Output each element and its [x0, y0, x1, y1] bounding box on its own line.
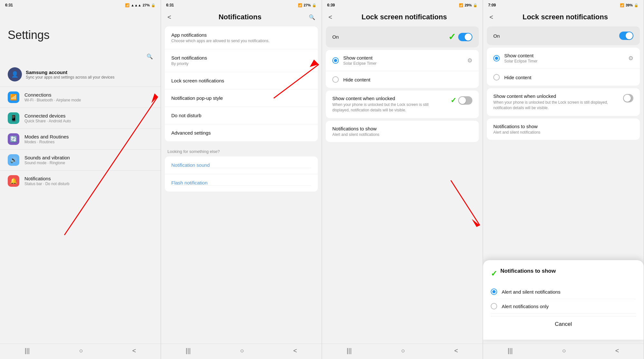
show-content-title-2: Show content [504, 53, 624, 58]
sounds-text: Sounds and vibration Sound mode · Ringto… [24, 155, 70, 165]
sort-sub: By priority [171, 61, 311, 66]
lock-header: < Lock screen notifications [322, 9, 483, 25]
on-toggle-row-2[interactable]: On [487, 26, 640, 45]
menu-item-notifications[interactable]: 🔔 Notifications Status bar · Do not dist… [0, 170, 161, 191]
unlocked-section-2: Show content when unlocked When your pho… [487, 88, 640, 116]
nav-recents-4[interactable]: ||| [508, 347, 513, 354]
panel-lock-notif: 6:39 📶 29% 🔒 < Lock screen notifications… [322, 0, 483, 359]
notif-header: < Notifications 🔍 [161, 9, 322, 25]
on-label: On [332, 34, 339, 40]
bottom-nav-1: ||| ○ < [0, 344, 161, 359]
show-content-text-2: Show content Solar Eclipse Timer [504, 53, 624, 63]
lock2-header: < Lock screen notifications [483, 9, 644, 25]
menu-item-modes[interactable]: 🔄 Modes and Routines Modes · Routines [0, 128, 161, 149]
notif-popup-style[interactable]: Notification pop-up style [165, 90, 318, 107]
avatar-icon: 👤 [11, 71, 18, 78]
menu-item-connections[interactable]: 📶 Connections Wi-Fi · Bluetooth · Airpla… [0, 87, 161, 108]
lock-page-title: Lock screen notifications [362, 13, 447, 21]
connected-text: Connected devices Quick Share · Android … [24, 113, 71, 123]
nav-home-3[interactable]: ○ [401, 347, 405, 354]
nav-home-2[interactable]: ○ [240, 347, 244, 354]
sounds-sub: Sound mode · Ringtone [24, 161, 70, 165]
lock-screen-title: Lock screen notifications [171, 78, 311, 83]
nav-recents-1[interactable]: ||| [25, 347, 30, 354]
check-dialog: ✓ [491, 269, 497, 278]
menu-item-sounds[interactable]: 🔊 Sounds and vibration Sound mode · Ring… [0, 149, 161, 170]
hide-content-text: Hide content [343, 77, 472, 82]
modes-text: Modes and Routines Modes · Routines [24, 134, 69, 144]
dialog-radio-1[interactable] [491, 288, 497, 295]
status-bar-2: 6:31 📶 27% 🔒 [161, 0, 322, 9]
notif-label: Notifications [24, 176, 69, 181]
check-unlocked: ✓ [450, 96, 456, 105]
dialog-cancel-btn[interactable]: Cancel [491, 316, 636, 332]
notif-icon: 🔔 [8, 175, 19, 187]
notif-sort[interactable]: Sort notifications By priority [165, 49, 318, 72]
nav-home-1[interactable]: ○ [79, 347, 83, 354]
sounds-label: Sounds and vibration [24, 155, 70, 160]
notif-to-show-section[interactable]: Notifications to show Alert and silent n… [326, 121, 479, 142]
nav-recents-2[interactable]: ||| [186, 347, 191, 354]
search-btn-2[interactable]: 🔍 [309, 14, 315, 20]
dialog-radio-2[interactable] [491, 303, 497, 309]
dialog-option-alert-silent[interactable]: Alert and silent notifications [491, 285, 636, 299]
advanced-title: Advanced settings [171, 130, 311, 136]
gear-icon-4[interactable]: ⚙ [628, 55, 633, 62]
dialog-option-2-label: Alert notifications only [502, 304, 549, 309]
popup-title: Notification pop-up style [171, 95, 311, 101]
notif-to-show-section-2[interactable]: Notifications to show Alert and silent n… [487, 118, 640, 140]
show-content-option[interactable]: Show content Solar Eclipse Timer ⚙ [326, 50, 479, 71]
hide-content-text-2: Hide content [504, 75, 633, 80]
show-content-option-2[interactable]: Show content Solar Eclipse Timer ⚙ [487, 48, 640, 69]
nav-back-3[interactable]: < [454, 347, 458, 354]
hide-content-radio[interactable] [332, 76, 339, 83]
flash-link[interactable]: Flash notification [165, 174, 318, 192]
show-content-sub: Solar Eclipse Timer [343, 61, 463, 66]
unlocked-toggle-2[interactable] [623, 94, 633, 102]
nav-back-1[interactable]: < [132, 347, 136, 354]
nav-back-4[interactable]: < [615, 347, 619, 354]
show-content-title: Show content [343, 55, 463, 61]
back-btn-2[interactable]: < [167, 14, 171, 21]
dialog-option-alert-only[interactable]: Alert notifications only [491, 299, 636, 314]
wifi-icon-3: 📶 [459, 3, 463, 7]
notif-app-notifications[interactable]: App notifications Choose which apps are … [165, 26, 318, 49]
notif-sound-label: Notification sound [171, 162, 311, 168]
unlocked-toggle[interactable] [458, 96, 472, 105]
show-content-radio[interactable] [332, 57, 339, 64]
panel-notifications: 6:31 📶 27% 🔒 < Notifications 🔍 App notif… [161, 0, 322, 359]
nav-back-2[interactable]: < [293, 347, 297, 354]
nav-recents-3[interactable]: ||| [347, 347, 352, 354]
time-3: 6:39 [327, 3, 335, 7]
on-toggle[interactable] [458, 33, 472, 41]
on-toggle-2[interactable] [619, 32, 633, 40]
avatar: 👤 [8, 67, 22, 81]
notif-sound-link[interactable]: Notification sound [165, 156, 318, 174]
search-icon[interactable]: 🔍 [147, 53, 153, 60]
gear-icon-3[interactable]: ⚙ [467, 57, 472, 64]
modes-label: Modes and Routines [24, 134, 69, 139]
wifi-icon-1: 📶 [125, 3, 129, 7]
notif-dnd[interactable]: Do not disturb [165, 107, 318, 124]
notif-advanced[interactable]: Advanced settings [165, 124, 318, 141]
notif-lock-screen[interactable]: Lock screen notifications [165, 72, 318, 90]
hide-content-radio-2[interactable] [493, 74, 500, 80]
hide-content-option[interactable]: Hide content [326, 71, 479, 88]
check-on: ✓ [448, 32, 456, 42]
search-bar[interactable]: 🔍 [0, 53, 161, 62]
battery-2: 27% [304, 3, 311, 7]
samsung-account-row[interactable]: 👤 Samsung account Sync your apps and set… [0, 62, 161, 87]
battery-1: 27% [143, 3, 150, 7]
back-btn-3[interactable]: < [328, 14, 332, 21]
on-toggle-row[interactable]: On ✓ [326, 26, 479, 47]
dnd-title: Do not disturb [171, 113, 311, 118]
bottom-nav-4: ||| ○ < [483, 344, 644, 359]
time-1: 6:31 [5, 3, 13, 7]
back-btn-4[interactable]: < [489, 14, 493, 21]
nav-home-4[interactable]: ○ [562, 347, 566, 354]
unlocked-text: Show content when unlocked When your pho… [332, 96, 447, 113]
connected-label: Connected devices [24, 113, 71, 118]
show-content-radio-2[interactable] [493, 55, 500, 61]
menu-item-connected[interactable]: 📱 Connected devices Quick Share · Androi… [0, 108, 161, 128]
hide-content-option-2[interactable]: Hide content [487, 69, 640, 86]
